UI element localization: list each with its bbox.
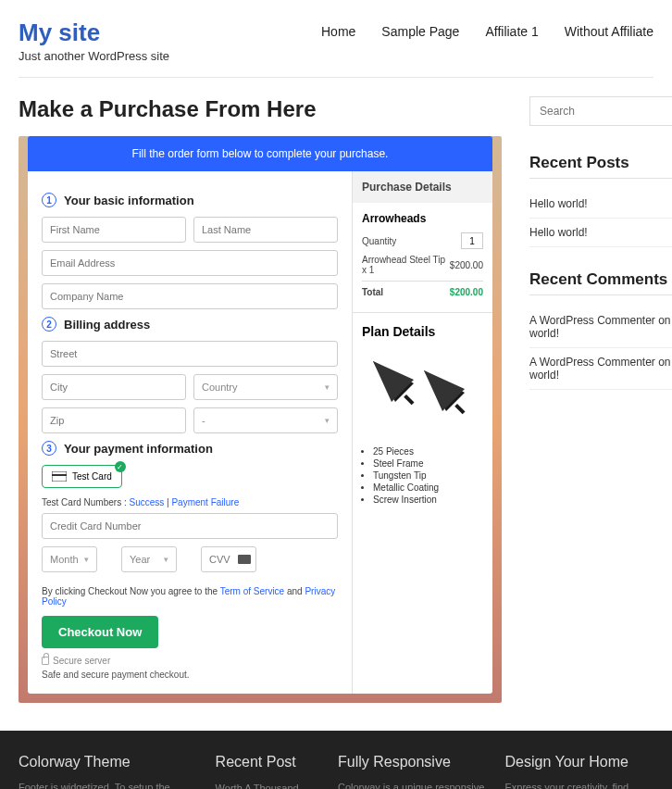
test-card-numbers-note: Test Card Numbers : Success | Payment Fa… [42, 497, 338, 507]
step-1-title: Your basic information [64, 194, 194, 207]
quantity-input[interactable] [461, 232, 483, 249]
page-title: Make a Purchase From Here [19, 96, 502, 122]
state-select[interactable]: -▾ [193, 407, 338, 433]
city-input[interactable] [42, 374, 186, 400]
qty-label: Quantity [362, 236, 396, 246]
tcn-success-link[interactable]: Success [129, 497, 164, 507]
email-input[interactable] [42, 250, 338, 276]
step-1-icon: 1 [42, 193, 56, 207]
main-nav: Home Sample Page Affiliate 1 Without Aff… [321, 19, 653, 39]
nav-affiliate-1[interactable]: Affiliate 1 [485, 24, 538, 39]
test-card-button[interactable]: Test Card [42, 465, 122, 488]
site-footer: Colorway Theme Footer is widgetized. To … [0, 731, 672, 789]
month-select[interactable]: Month▾ [42, 546, 97, 572]
zip-input[interactable] [42, 407, 186, 433]
site-tagline: Just another WordPress site [19, 49, 169, 63]
safe-checkout-note: Safe and secure payment checkout. [42, 670, 338, 680]
svg-rect-1 [52, 474, 67, 476]
recent-comment-link[interactable]: A WordPress Commenter on Hello world! [529, 307, 672, 348]
product-title: Arrowheads [362, 212, 483, 225]
chevron-down-icon: ▾ [84, 555, 89, 564]
tcn-failure-link[interactable]: Payment Failure [171, 497, 239, 507]
nav-sample-page[interactable]: Sample Page [381, 24, 459, 39]
step-3-title: Your payment information [64, 442, 213, 456]
svg-rect-7 [454, 404, 465, 414]
footer-col3-heading: Fully Responsive [338, 754, 487, 770]
checkout-form: 1Your basic information 2Billing address… [28, 171, 352, 694]
country-select[interactable]: Country▾ [193, 374, 338, 400]
recent-posts-heading: Recent Posts [529, 154, 672, 179]
line-price: $200.00 [450, 260, 483, 270]
card-back-icon [238, 555, 251, 564]
site-header: My site Just another WordPress site Home… [19, 19, 653, 78]
form-banner: Fill the order form below to complete yo… [28, 136, 492, 171]
footer-post-link[interactable]: Worth A Thousand Words [216, 780, 319, 789]
footer-col4-heading: Design Your Home [504, 754, 653, 770]
secure-server-note: Secure server [42, 656, 338, 666]
recent-post-link[interactable]: Hello world! [529, 190, 672, 219]
search-input[interactable] [540, 105, 672, 118]
feature-item: Tungsten Tip [373, 470, 483, 481]
footer-col1-heading: Colorway Theme [19, 754, 197, 770]
purchase-details-panel: Purchase Details Arrowheads Quantity Arr… [352, 171, 492, 694]
purchase-details-header: Purchase Details [353, 171, 492, 203]
feature-item: Screw Insertion [373, 495, 483, 505]
step-2-icon: 2 [42, 317, 56, 332]
street-input[interactable] [42, 341, 338, 367]
svg-rect-0 [52, 471, 67, 482]
total-value: $200.00 [450, 287, 483, 297]
footer-col4-text: Express your creativity, find inspiratio… [504, 780, 653, 789]
step-3-icon: 3 [42, 441, 56, 456]
tos-link[interactable]: Term of Service [220, 586, 284, 596]
nav-without-affiliate[interactable]: Without Affiliate [565, 24, 653, 39]
footer-col2-heading: Recent Post [216, 754, 319, 770]
brand: My site Just another WordPress site [19, 19, 169, 63]
step-2-title: Billing address [64, 318, 150, 332]
year-select[interactable]: Year▾ [121, 546, 177, 572]
feature-item: 25 Pieces [373, 446, 483, 457]
checkout-disclaimer: By clicking Checkout Now you agree to th… [42, 586, 338, 607]
plan-features-list: 25 Pieces Steel Frame Tungsten Tip Metal… [353, 439, 492, 520]
plan-details-header: Plan Details [353, 313, 492, 346]
nav-home[interactable]: Home [321, 24, 355, 39]
recent-post-link[interactable]: Hello world! [529, 219, 672, 247]
feature-item: Metallic Coating [373, 482, 483, 493]
line-item: Arrowhead Steel Tip x 1 [362, 255, 450, 275]
search-box[interactable] [529, 96, 672, 126]
chevron-down-icon: ▾ [164, 555, 168, 564]
lock-icon [42, 657, 49, 665]
chevron-down-icon: ▾ [325, 382, 330, 392]
svg-rect-4 [404, 394, 414, 405]
purchase-form-wrap: Fill the order form below to complete yo… [19, 136, 502, 703]
total-label: Total [362, 287, 383, 297]
recent-comment-link[interactable]: A WordPress Commenter on Hello world! [529, 348, 672, 390]
recent-comments-heading: Recent Comments [529, 270, 672, 295]
footer-col1-text: Footer is widgetized. To setup the foote… [19, 780, 197, 789]
chevron-down-icon: ▾ [325, 416, 330, 425]
company-input[interactable] [42, 283, 338, 309]
credit-card-input[interactable] [42, 513, 338, 539]
first-name-input[interactable] [42, 217, 186, 243]
sidebar: Recent Posts Hello world! Hello world! R… [529, 96, 672, 703]
card-icon [52, 471, 67, 482]
last-name-input[interactable] [193, 217, 338, 243]
checkout-button[interactable]: Checkout Now [42, 616, 158, 648]
site-title[interactable]: My site [19, 19, 169, 47]
feature-item: Steel Frame [373, 458, 483, 469]
product-image [363, 351, 483, 434]
footer-col3-text: Colorway is a unique responsive WordPres… [338, 780, 487, 789]
